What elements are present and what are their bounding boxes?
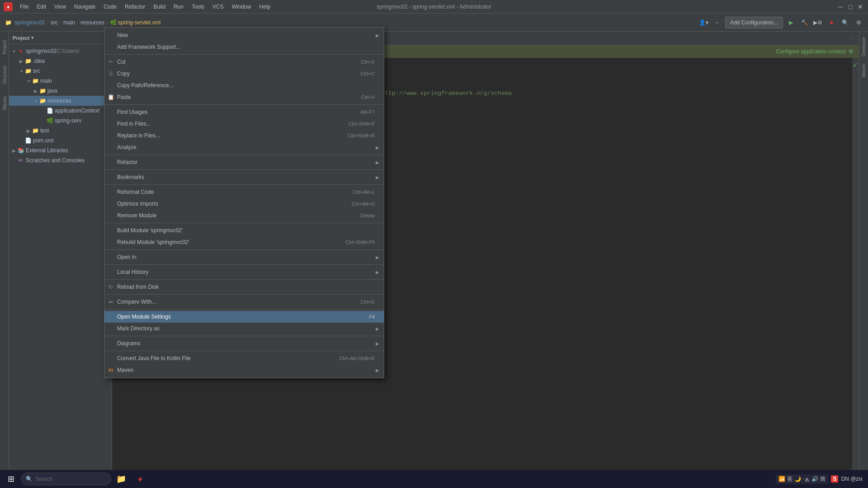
ctx-build-module[interactable]: Build Module 'springmvc02' xyxy=(104,225,384,236)
ctx-diagrams[interactable]: Diagrams ▶ xyxy=(104,338,384,349)
tree-item-scratches[interactable]: ▶ ✏ Scratches and Consoles xyxy=(9,155,112,165)
icon-src: 📁 xyxy=(24,67,32,75)
ctx-compare-with[interactable]: ⇌ Compare With... Ctrl+D xyxy=(104,296,384,308)
maximize-button[interactable]: □ xyxy=(846,3,854,11)
taskbar-search[interactable]: 🔍 Search xyxy=(21,473,111,485)
sidebar-maven-right-label[interactable]: Maven xyxy=(860,60,867,81)
tree-item-src[interactable]: ▾ 📁 src xyxy=(9,66,112,76)
ctx-local-history[interactable]: Local History ▶ xyxy=(104,266,384,278)
ctx-optimize-imports[interactable]: Optimize Imports Ctrl+Alt+O xyxy=(104,198,384,210)
taskbar-app-intellij[interactable]: ♦ xyxy=(131,471,149,487)
ime-cn-switch[interactable]: 简 xyxy=(820,475,826,483)
ctx-paste[interactable]: 📋 Paste Ctrl+V xyxy=(104,91,384,103)
settings-icon[interactable]: ⚙ xyxy=(853,17,864,28)
breadcrumb-file[interactable]: 🌿 spring-servlet.xml xyxy=(110,19,160,26)
ctx-mark-directory[interactable]: Mark Directory as ▶ xyxy=(104,323,384,334)
tree-item-main[interactable]: ▾ 📁 main xyxy=(9,76,112,86)
ctx-paste-shortcut: Ctrl+V xyxy=(361,94,375,100)
configure-appcontext-link[interactable]: Configure application context xyxy=(776,48,846,55)
menu-code[interactable]: Code xyxy=(100,3,120,11)
breadcrumb-main[interactable]: main xyxy=(63,19,75,26)
ctx-new-arrow: ▶ xyxy=(376,33,379,38)
ctx-convert-java[interactable]: Convert Java File to Kotlin File Ctrl+Al… xyxy=(104,352,384,364)
ctx-find-usages[interactable]: Find Usages Alt+F7 xyxy=(104,106,384,118)
notif-settings-icon[interactable]: ⚙ xyxy=(849,48,854,55)
ctx-analyze[interactable]: Analyze ▶ xyxy=(104,141,384,153)
ctx-rebuild-module[interactable]: Rebuild Module 'springmvc02' Ctrl+Shift+… xyxy=(104,236,384,248)
menu-vcs[interactable]: VCS xyxy=(209,3,227,11)
ctx-remove-module[interactable]: Remove Module Delete xyxy=(104,210,384,221)
back-icon[interactable]: ← xyxy=(712,17,723,28)
ctx-copy[interactable]: ⎘ Copy Ctrl+C xyxy=(104,68,384,80)
ctx-optimize-imports-shortcut: Ctrl+Alt+O xyxy=(352,201,375,206)
reload-icon: ↻ xyxy=(107,283,114,291)
build-icon[interactable]: 🔨 xyxy=(798,17,810,28)
add-configuration-button[interactable]: Add Configuration... xyxy=(725,17,783,28)
ctx-open-module-settings[interactable]: Open Module Settings F4 xyxy=(104,311,384,323)
menu-file[interactable]: File xyxy=(16,3,32,11)
sidebar-structure-icon[interactable]: Structure xyxy=(0,61,9,89)
tree-item-idea[interactable]: ▶ 📁 .idea xyxy=(9,56,112,66)
menu-help[interactable]: Help xyxy=(255,3,274,11)
menu-build[interactable]: Build xyxy=(150,3,169,11)
menu-tools[interactable]: Tools xyxy=(188,3,208,11)
account-icon[interactable]: 👤▾ xyxy=(698,17,710,28)
menu-edit[interactable]: Edit xyxy=(33,3,50,11)
main-layout: Project Structure Maven Project ▾ ▾ ♦ sp… xyxy=(0,32,868,474)
ctx-rebuild-module-label: Rebuild Module 'springmvc02' xyxy=(117,239,336,245)
project-icon[interactable]: 📁 xyxy=(4,17,13,28)
breadcrumb-resources[interactable]: resources xyxy=(80,19,104,26)
icon-main: 📁 xyxy=(32,77,39,84)
ctx-paste-label: Paste xyxy=(117,94,352,100)
ctx-find-in-files-label: Find in Files... xyxy=(117,121,339,127)
taskbar-start-button[interactable]: ⊞ xyxy=(2,471,20,487)
tree-item-springmvc02[interactable]: ▾ ♦ springmvc02 C:\Users\ xyxy=(9,46,112,56)
tree-item-appcontext[interactable]: ▶ 📄 applicationContext xyxy=(9,106,112,116)
breadcrumb-project[interactable]: springmvc02 xyxy=(14,19,45,26)
ctx-copy-path[interactable]: Copy Path/Reference... xyxy=(104,80,384,91)
sidebar-database-label[interactable]: Database xyxy=(860,33,867,60)
ime-lang-en[interactable]: 英 xyxy=(787,475,793,483)
ctx-cut[interactable]: ✂ Cut Ctrl+X xyxy=(104,56,384,68)
menu-run[interactable]: Run xyxy=(170,3,187,11)
menu-navigate[interactable]: Navigate xyxy=(71,3,99,11)
taskbar-sogou-icon[interactable]: S xyxy=(831,475,838,483)
taskbar-file-explorer[interactable]: 📁 xyxy=(112,471,130,487)
ctx-mark-directory-label: Mark Directory as xyxy=(117,325,375,332)
arrow-src: ▾ xyxy=(18,68,24,74)
tree-item-resources[interactable]: ▾ 📁 resources xyxy=(9,96,112,106)
menu-view[interactable]: View xyxy=(51,3,70,11)
tree-item-pom[interactable]: ▶ 📄 pom.xml xyxy=(9,136,112,145)
ctx-find-in-files[interactable]: Find in Files... Ctrl+Shift+F xyxy=(104,118,384,130)
ctx-open-in[interactable]: Open In ▶ xyxy=(104,251,384,263)
ctx-sep12 xyxy=(104,336,384,336)
ctx-cut-label: Cut xyxy=(117,59,352,65)
project-tree-dropdown[interactable]: ▾ xyxy=(31,35,34,41)
search-icon[interactable]: 🔍 xyxy=(839,17,851,28)
tree-item-test[interactable]: ▶ 📁 test xyxy=(9,126,112,136)
ctx-reformat-shortcut: Ctrl+Alt+L xyxy=(353,189,375,195)
menu-window[interactable]: Window xyxy=(228,3,255,11)
taskbar-ime-group[interactable]: 📶 英 🌙 ·ぁ 🔊 简 xyxy=(776,474,828,484)
stop-icon[interactable]: ■ xyxy=(826,17,837,28)
close-button[interactable]: ✕ xyxy=(856,3,864,11)
ctx-reformat[interactable]: Reformat Code Ctrl+Alt+L xyxy=(104,186,384,198)
sidebar-maven-icon[interactable]: Maven xyxy=(0,89,9,117)
ctx-new[interactable]: New ▶ xyxy=(104,29,384,41)
tree-item-ext-libs[interactable]: ▶ 📚 External Libraries xyxy=(9,145,112,155)
run-icon[interactable]: ▶ xyxy=(785,17,797,28)
minimize-button[interactable]: ─ xyxy=(836,3,844,11)
sidebar-project-icon[interactable]: Project xyxy=(0,33,9,61)
ctx-refactor[interactable]: Refactor ▶ xyxy=(104,156,384,168)
tab-more-button[interactable]: ⋯ xyxy=(844,35,859,42)
ctx-add-framework[interactable]: Add Framework Support... xyxy=(104,41,384,53)
tree-item-springservlet[interactable]: ▶ 🌿 spring-serv xyxy=(9,116,112,126)
ctx-reload-disk[interactable]: ↻ Reload from Disk xyxy=(104,281,384,293)
tree-item-java[interactable]: ▶ 📁 java xyxy=(9,86,112,96)
run-config-icon[interactable]: ▶⚙ xyxy=(812,17,824,28)
ctx-maven[interactable]: m Maven ▶ xyxy=(104,364,384,376)
ctx-bookmarks[interactable]: Bookmarks ▶ xyxy=(104,171,384,183)
breadcrumb-src[interactable]: src xyxy=(51,19,58,26)
ctx-replace-in-files[interactable]: Replace in Files... Ctrl+Shift+R xyxy=(104,130,384,141)
menu-refactor[interactable]: Refactor xyxy=(121,3,149,11)
